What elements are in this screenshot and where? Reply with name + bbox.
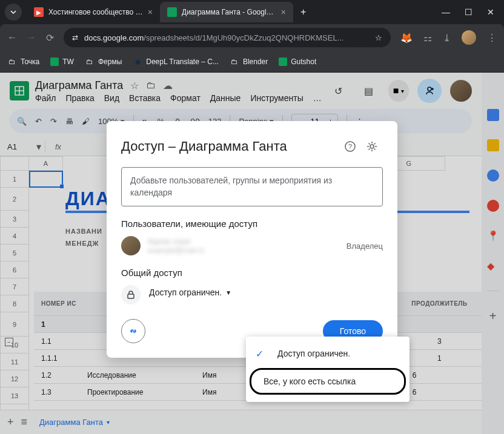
- folder-icon: 🗀: [85, 57, 94, 67]
- back-button[interactable]: ←: [7, 32, 17, 43]
- user-avatar: [121, 236, 141, 255]
- dropdown-option-anyone-link[interactable]: Все, у кого есть ссылка: [250, 368, 406, 395]
- extensions-icon[interactable]: ⚏: [423, 32, 432, 44]
- user-role: Владелец: [346, 242, 383, 251]
- browser-tab-strip: ▶ Хостинговое сообщество «Tim × Диаграмм…: [0, 0, 504, 24]
- bookmark-item[interactable]: Gutshot: [279, 58, 316, 66]
- minimize-button[interactable]: —: [442, 7, 450, 17]
- star-icon[interactable]: ☆: [375, 33, 382, 42]
- user-row: Name User example@mail.m Владелец: [121, 236, 383, 255]
- maximize-button[interactable]: ☐: [465, 7, 472, 17]
- tab-title: Диаграмма Ганта - Google Таб: [182, 8, 276, 16]
- lock-icon: [121, 285, 141, 304]
- deepl-icon: ◆: [133, 57, 142, 67]
- dialog-title: Доступ – Диаграмма Ганта: [121, 139, 339, 154]
- access-dropdown[interactable]: Доступ ограничен. ▼: [149, 285, 383, 300]
- bookmark-item[interactable]: 🗀Точка: [7, 57, 39, 67]
- tab-favicon: ▶: [34, 7, 44, 17]
- bookmarks-bar: 🗀Точка TW 🗀Фермы ◆DeepL Translate – С...…: [0, 51, 504, 73]
- sheets-icon: [279, 58, 287, 66]
- svg-rect-9: [128, 294, 134, 298]
- copy-link-button[interactable]: [121, 319, 145, 343]
- bookmark-item[interactable]: TW: [50, 58, 74, 66]
- extension-icon[interactable]: 🦊: [400, 32, 413, 44]
- browser-tab-active[interactable]: Диаграмма Ганта - Google Таб ×: [160, 2, 293, 22]
- chevron-down-icon: ▼: [225, 289, 231, 296]
- tab-favicon: [167, 7, 177, 17]
- add-people-input[interactable]: Добавьте пользователей, группы и меропри…: [121, 167, 383, 206]
- svg-text:?: ?: [348, 143, 352, 150]
- address-bar[interactable]: ⇄ docs.google.com/spreadsheets/d/1MgUh90…: [64, 28, 391, 47]
- check-icon: ✓: [256, 348, 268, 360]
- tab-title: Хостинговое сообщество «Tim: [48, 8, 143, 16]
- user-name: Name User: [148, 237, 339, 246]
- window-controls: — ☐ ✕: [442, 7, 499, 17]
- sheets-icon: [50, 58, 59, 66]
- gear-icon[interactable]: [361, 136, 383, 157]
- reload-button[interactable]: ⟳: [46, 32, 54, 44]
- url-text: docs.google.com/spreadsheets/d/1MgUh90yc…: [84, 33, 369, 42]
- access-dropdown-menu: ✓ Доступ ограничен. Все, у кого есть ссы…: [246, 337, 409, 402]
- general-access-heading: Общий доступ: [121, 268, 383, 278]
- close-icon[interactable]: ×: [281, 7, 286, 17]
- sheets-app: Диаграмма Ганта ☆ 🗀 ☁ Файл Правка Вид Вс…: [0, 73, 504, 434]
- help-icon[interactable]: ?: [339, 136, 361, 157]
- share-dialog: Доступ – Диаграмма Ганта ? Добавьте поль…: [107, 121, 397, 358]
- browser-menu-icon[interactable]: ⋮: [487, 32, 497, 44]
- forward-button[interactable]: →: [27, 32, 36, 43]
- new-tab-button[interactable]: +: [293, 7, 313, 18]
- browser-toolbar: ← → ⟳ ⇄ docs.google.com/spreadsheets/d/1…: [0, 24, 504, 51]
- tab-search-button[interactable]: [5, 4, 22, 21]
- bookmark-item[interactable]: ◆DeepL Translate – С...: [133, 57, 219, 67]
- dropdown-option-restricted[interactable]: ✓ Доступ ограничен.: [246, 341, 409, 366]
- bookmark-item[interactable]: 🗀Фермы: [85, 57, 122, 67]
- svg-point-8: [370, 145, 374, 148]
- folder-icon: 🗀: [7, 57, 17, 67]
- close-icon[interactable]: ×: [148, 7, 153, 17]
- downloads-icon[interactable]: ⤓: [443, 32, 451, 44]
- folder-icon: 🗀: [230, 57, 239, 67]
- profile-avatar[interactable]: [462, 30, 476, 45]
- close-window-button[interactable]: ✕: [487, 7, 494, 17]
- users-heading: Пользователи, имеющие доступ: [121, 219, 383, 229]
- bookmark-item[interactable]: 🗀Blender: [230, 57, 268, 67]
- browser-tab[interactable]: ▶ Хостинговое сообщество «Tim ×: [27, 2, 160, 22]
- site-info-icon[interactable]: ⇄: [72, 33, 78, 42]
- dialog-overlay: Доступ – Диаграмма Ганта ? Добавьте поль…: [0, 73, 504, 434]
- user-email: example@mail.m: [148, 246, 339, 255]
